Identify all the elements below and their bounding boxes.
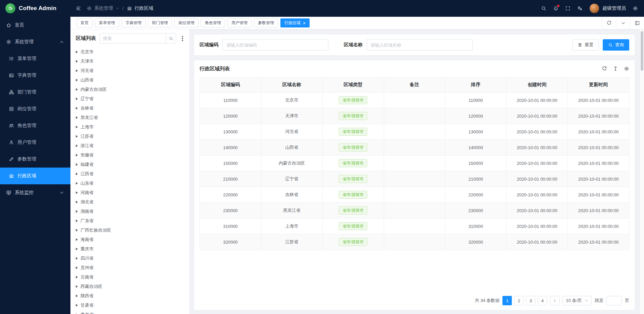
caret-right-icon[interactable]	[76, 154, 78, 156]
layout-panel-button[interactable]	[630, 17, 644, 29]
tree-item[interactable]: 河北省	[70, 66, 189, 75]
caret-right-icon[interactable]	[76, 304, 78, 307]
tree-item[interactable]: 江西省	[70, 169, 189, 179]
caret-right-icon[interactable]	[76, 173, 78, 175]
caret-right-icon[interactable]	[76, 219, 78, 222]
tree-item[interactable]: 上海市	[70, 122, 189, 132]
breadcrumb-root[interactable]: 系统管理	[94, 5, 113, 11]
caret-right-icon[interactable]	[76, 135, 78, 138]
tab-item[interactable]: 部门管理	[148, 18, 172, 27]
region-name-input[interactable]	[367, 39, 473, 51]
tree-item[interactable]: 吉林省	[70, 104, 189, 113]
caret-right-icon[interactable]	[76, 266, 78, 269]
tree-item[interactable]: 湖北省	[70, 197, 189, 207]
caret-right-icon[interactable]	[76, 163, 78, 166]
next-page-button[interactable]	[550, 296, 559, 305]
tree-search-input[interactable]	[100, 36, 166, 41]
sidebar-item-dept[interactable]: 部门管理	[0, 84, 70, 101]
column-settings-icon[interactable]	[624, 66, 629, 71]
page-button-3[interactable]: 3	[526, 296, 535, 305]
tree-item[interactable]: 青海省	[70, 310, 189, 314]
tree-item[interactable]: 内蒙古自治区	[70, 85, 189, 94]
tree-item[interactable]: 辽宁省	[70, 94, 189, 104]
caret-right-icon[interactable]	[76, 79, 78, 81]
jump-page-input[interactable]	[606, 296, 622, 305]
tab-item[interactable]: 行政区域×	[280, 18, 310, 27]
page-size-select[interactable]: 10 条/页	[562, 296, 592, 305]
tree-item[interactable]: 陕西省	[70, 291, 189, 301]
caret-right-icon[interactable]	[76, 144, 78, 147]
refresh-tab-button[interactable]	[602, 17, 616, 29]
language-button[interactable]	[577, 6, 583, 11]
tree-item[interactable]: 浙江省	[70, 141, 189, 150]
tree-item[interactable]: 云南省	[70, 272, 189, 282]
tree-search-button[interactable]	[166, 34, 176, 43]
tree-item[interactable]: 广东省	[70, 216, 189, 226]
caret-right-icon[interactable]	[76, 248, 78, 250]
tree-item[interactable]: 甘肃省	[70, 301, 189, 310]
caret-right-icon[interactable]	[76, 60, 78, 63]
page-scrollbar[interactable]	[640, 29, 644, 314]
sidebar-group-system-monitor[interactable]: 系统监控	[0, 184, 70, 201]
tab-options-button[interactable]	[616, 17, 630, 29]
caret-right-icon[interactable]	[76, 295, 78, 297]
sidebar-item-menu[interactable]: 菜单管理	[0, 50, 70, 67]
caret-right-icon[interactable]	[76, 285, 78, 288]
global-search-button[interactable]	[541, 6, 546, 11]
reset-button[interactable]: 重置	[572, 39, 599, 51]
page-button-2[interactable]: 2	[514, 296, 524, 305]
sidebar-item-home[interactable]: 首页	[0, 17, 70, 34]
caret-right-icon[interactable]	[76, 229, 78, 232]
sidebar-item-role[interactable]: 角色管理	[0, 117, 70, 134]
caret-right-icon[interactable]	[76, 201, 78, 203]
caret-right-icon[interactable]	[76, 88, 78, 91]
fullscreen-button[interactable]	[565, 6, 571, 11]
column-height-icon[interactable]	[613, 66, 618, 71]
sidebar-item-post[interactable]: 岗位管理	[0, 101, 70, 117]
tab-item[interactable]: 角色管理	[201, 18, 225, 27]
tree-item[interactable]: 四川省	[70, 254, 189, 263]
sidebar-collapse-button[interactable]	[76, 6, 81, 11]
tab-item[interactable]: 参数管理	[254, 18, 278, 27]
caret-right-icon[interactable]	[76, 182, 78, 185]
caret-right-icon[interactable]	[76, 116, 78, 119]
tree-item[interactable]: 湖南省	[70, 207, 189, 216]
sidebar-item-dict[interactable]: 字典管理	[0, 67, 70, 84]
sidebar-item-region[interactable]: 行政区域	[0, 168, 70, 184]
tab-item[interactable]: 字典管理	[121, 18, 146, 27]
tree-item[interactable]: 广西壮族自治区	[70, 226, 189, 235]
caret-right-icon[interactable]	[76, 257, 78, 260]
tab-item[interactable]: 菜单管理	[95, 18, 119, 27]
tab-item[interactable]: 岗位管理	[174, 18, 199, 27]
tree-item[interactable]: 天津市	[70, 57, 189, 66]
tab-item[interactable]: 首页	[76, 18, 93, 27]
sidebar-item-user[interactable]: 用户管理	[0, 134, 70, 151]
notifications-button[interactable]	[553, 6, 558, 11]
caret-right-icon[interactable]	[76, 276, 78, 278]
tree-item[interactable]: 重庆市	[70, 244, 189, 254]
caret-right-icon[interactable]	[76, 51, 78, 53]
sidebar-group-system-management[interactable]: 系统管理	[0, 34, 70, 50]
tree-item[interactable]: 江苏省	[70, 132, 189, 141]
tree-item[interactable]: 河南省	[70, 188, 189, 197]
caret-right-icon[interactable]	[76, 210, 78, 213]
refresh-icon[interactable]	[602, 66, 607, 71]
caret-right-icon[interactable]	[76, 98, 78, 100]
caret-right-icon[interactable]	[76, 69, 78, 72]
caret-right-icon[interactable]	[76, 126, 78, 128]
user-menu[interactable]: 超级管理员	[589, 3, 626, 13]
more-options-icon[interactable]	[182, 38, 183, 39]
tree-item[interactable]: 山东省	[70, 179, 189, 188]
sidebar-item-param[interactable]: 参数管理	[0, 151, 70, 168]
tree-item[interactable]: 福建省	[70, 160, 189, 169]
tree-item[interactable]: 贵州省	[70, 263, 189, 272]
query-button[interactable]: 查询	[603, 39, 629, 51]
scrollbar-thumb[interactable]	[641, 31, 643, 71]
tree-item[interactable]: 西藏自治区	[70, 282, 189, 291]
page-button-4[interactable]: 4	[538, 296, 547, 305]
tab-close-icon[interactable]: ×	[303, 21, 306, 25]
tree-item[interactable]: 北京市	[70, 47, 189, 57]
tree-item[interactable]: 安徽省	[70, 150, 189, 160]
caret-right-icon[interactable]	[76, 107, 78, 110]
caret-right-icon[interactable]	[76, 191, 78, 194]
